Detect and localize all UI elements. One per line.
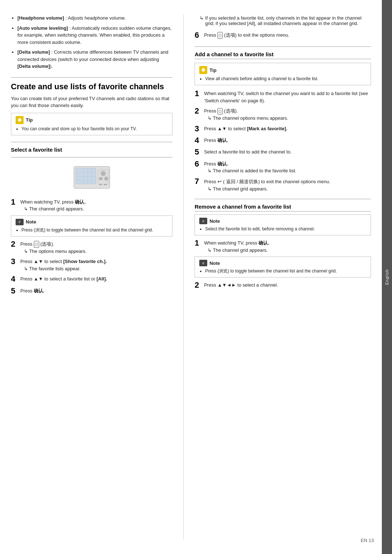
- add-step-num-1: 1: [195, 89, 201, 98]
- add-step-5: 5 Select a favorite list to add the chan…: [195, 147, 371, 157]
- svg-text:□: □: [106, 178, 107, 180]
- step-5-content: Press 确认.: [20, 286, 172, 295]
- tip-star-icon: ✱: [16, 116, 24, 124]
- step-number-5: 5: [11, 286, 17, 296]
- step-left-4: 4 Press ▲▼ to select a favorite list or …: [11, 274, 172, 284]
- arrow-note-text: If you selected a favorite list, only ch…: [205, 15, 371, 26]
- add-step-num-5: 5: [195, 147, 201, 157]
- main-content: [Headphone volume] : Adjusts headphone v…: [0, 0, 382, 554]
- tip-add-item-0: View all channels before adding a channe…: [205, 75, 366, 82]
- add-step-1-content: When watching TV, switch to the channel …: [204, 89, 371, 104]
- step-3-bold: [Show favorite ch.].: [63, 259, 107, 264]
- step-number-4: 4: [11, 274, 17, 284]
- remove-section-title: Remove a channel from a favorite list: [195, 204, 291, 210]
- note-icon-1: ≡: [16, 219, 24, 225]
- remove-step-1-content: When watching TV, press 确认. The channel …: [204, 238, 371, 254]
- select-favorite-header: Select a favorite list: [11, 147, 172, 157]
- add-step-num-6: 6: [195, 159, 201, 169]
- add-step-4-content: Press 确认.: [204, 136, 371, 144]
- svg-text:浏览: 浏览: [99, 184, 102, 185]
- note-item-1-0: Press (浏览) to toggle between the channel…: [21, 227, 168, 233]
- headphone-text: : Adjusts headphone volume.: [64, 15, 126, 21]
- step-1-content: When watching TV, press 确认. The channel …: [20, 197, 172, 213]
- add-step-5-content: Select a favorite list to add the channe…: [204, 147, 371, 156]
- note-label-1: Note: [26, 219, 36, 225]
- step-number-2: 2: [11, 239, 17, 249]
- note-box-remove-2: ≡ Note Press (浏览) to toggle between the …: [195, 257, 371, 278]
- remove-step-2-content: Press ▲▼◄► to select a channel.: [204, 280, 371, 289]
- tip-label: Tip: [26, 117, 33, 123]
- remove-step-1-bold: 确认.: [258, 240, 269, 246]
- note-label-remove-2: Note: [209, 260, 220, 266]
- divider-2: [11, 142, 172, 142]
- note-label-remove: Note: [209, 218, 220, 224]
- create-section-title: Create and use lists of favorite channel…: [11, 82, 172, 91]
- add-step-4: 4 Press 确认.: [195, 136, 371, 145]
- tip-star-add-icon: ✱: [199, 66, 207, 74]
- step-right-6: 6 Press □ (选项) to exit the options menu.: [195, 30, 371, 40]
- add-step-7-arrow: The channel grid appears.: [208, 185, 371, 193]
- step-number-1: 1: [11, 197, 17, 207]
- remote-svg: ⌂ ≡ □ 浏览 选项: [72, 163, 112, 192]
- remove-section-header: Remove a channel from a favorite list: [195, 204, 371, 212]
- top-bullet-list: [Headphone volume] : Adjusts headphone v…: [11, 15, 172, 70]
- note-list-1: Press (浏览) to toggle between the channel…: [16, 227, 168, 233]
- bullet-item-headphone: [Headphone volume] : Adjusts headphone v…: [17, 15, 172, 22]
- step-number-r6: 6: [195, 30, 201, 40]
- tip-header: ✱ Tip: [16, 116, 168, 124]
- svg-text:≡: ≡: [100, 178, 101, 180]
- step-left-2: 2 Press □ (选项). The options menu appears…: [11, 239, 172, 255]
- step-4-content: Press ▲▼ to select a favorite list or [A…: [20, 274, 172, 283]
- add-step-7-content: Press ↩ ( 返回 / 频道切换) to exit the channel…: [204, 177, 371, 193]
- delta-label: [Delta volume]: [17, 49, 50, 55]
- svg-text:⌂: ⌂: [102, 172, 103, 175]
- svg-rect-1: [76, 168, 96, 184]
- note-list-remove: Select the favorite list to edit, before…: [199, 226, 366, 232]
- right-column: ↳ If you selected a favorite list, only …: [184, 15, 371, 539]
- options-btn-r6: □: [217, 32, 223, 39]
- sidebar-label: English: [385, 269, 389, 285]
- step-1-arrow: The channel grid appears.: [24, 205, 172, 213]
- left-column: [Headphone volume] : Adjusts headphone v…: [11, 15, 184, 539]
- add-step-2-arrow: The channel options menu appears.: [208, 115, 371, 122]
- divider-1: [11, 77, 172, 78]
- step-4-bold: [All].: [97, 276, 107, 282]
- add-step-num-7: 7: [195, 177, 201, 186]
- step-left-5: 5 Press 确认.: [11, 286, 172, 296]
- create-body-text: You can create lists of your preferred T…: [11, 95, 172, 109]
- note-list-remove-2: Press (浏览) to toggle between the channel…: [199, 268, 366, 274]
- page-footer: EN 13: [361, 538, 374, 543]
- step-5-bold: 确认.: [34, 288, 45, 294]
- note-box-1: ≡ Note Press (浏览) to toggle between the …: [11, 216, 172, 237]
- add-step-2-content: Press □ (选项). The channel options menu a…: [204, 106, 371, 122]
- bullet-item-delta-volume: [Delta volume] : Corrects volume differe…: [17, 49, 172, 70]
- arrow-icon: ↳: [200, 15, 204, 21]
- add-step-num-4: 4: [195, 136, 201, 145]
- arrow-note-container: ↳ If you selected a favorite list, only …: [200, 15, 371, 26]
- add-step-3-content: Press ▲▼ to select [Mark as favorite].: [204, 124, 371, 132]
- step-left-1: 1 When watching TV, press 确认. The channe…: [11, 197, 172, 213]
- add-step-6-arrow: The channel is added to the favorite lis…: [208, 167, 371, 175]
- add-step-6-content: Press 确认. The channel is added to the fa…: [204, 159, 371, 175]
- headphone-label: [Headphone volume]: [17, 15, 64, 21]
- back-btn-icon: ↩: [217, 178, 222, 184]
- note-box-remove: ≡ Note Select the favorite list to edit,…: [195, 214, 371, 235]
- delta-text2: ).: [50, 63, 53, 69]
- step-2-arrow: The options menu appears.: [24, 248, 172, 255]
- note-icon-remove-2: ≡: [199, 260, 207, 266]
- note-remove-2-item-0: Press (浏览) to toggle between the channel…: [205, 268, 366, 274]
- add-step-4-bold: 确认.: [217, 138, 228, 143]
- auto-volume-label: [Auto volume leveling]: [17, 25, 68, 31]
- step-r6-content: Press □ (选项) to exit the options menu.: [204, 30, 371, 39]
- divider-r2: [195, 199, 371, 199]
- step-left-3: 3 Press ▲▼ to select [Show favorite ch.]…: [11, 257, 172, 272]
- step-3-arrow: The favorite lists appear.: [24, 265, 172, 272]
- add-step-6: 6 Press 确认. The channel is added to the …: [195, 159, 371, 175]
- note-remove-item-0: Select the favorite list to edit, before…: [205, 226, 366, 232]
- delta-label2: [Delta volume]: [17, 63, 50, 69]
- tip-item-0: You can create and store up to four favo…: [21, 126, 168, 132]
- add-step-2: 2 Press □ (选项). The channel options menu…: [195, 106, 371, 122]
- note-icon-remove: ≡: [199, 218, 207, 224]
- step-1-bold: 确认.: [75, 199, 86, 205]
- note-header-1: ≡ Note: [16, 219, 168, 225]
